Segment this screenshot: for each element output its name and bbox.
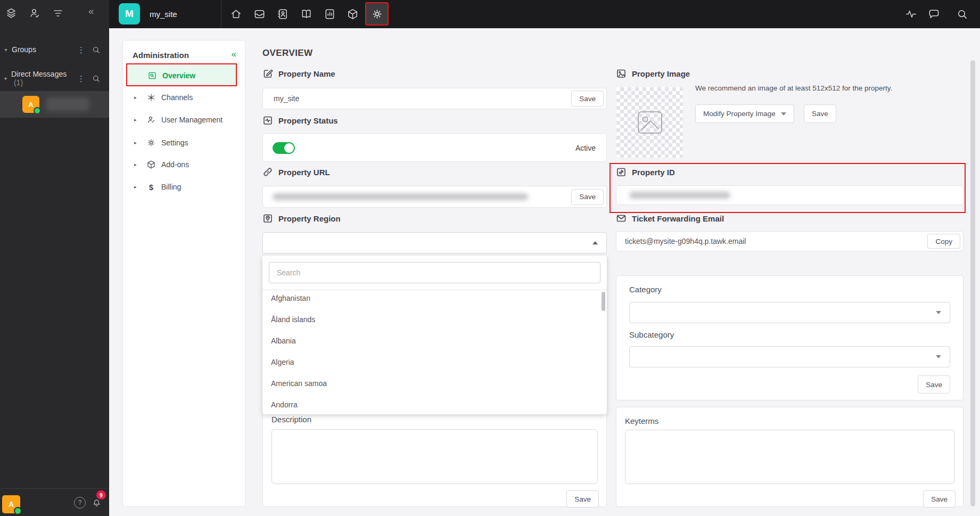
page-scrollbar-thumb[interactable] (970, 60, 975, 506)
property-status-heading: Property Status (262, 114, 338, 127)
page-title: OVERVIEW (262, 48, 313, 59)
workspace: Administration « Overview ▸ Channels ▸ U… (109, 28, 980, 516)
subcategory-label: Subcategory (629, 330, 674, 339)
chevron-down-icon (936, 311, 941, 314)
messages-bubble-icon[interactable] (928, 8, 940, 20)
image-hint-text: We recommend an image of at least 512x51… (695, 84, 892, 92)
location-pin-icon (262, 213, 273, 224)
link-icon (262, 167, 273, 177)
online-status-dot (14, 507, 22, 515)
overview-icon (147, 71, 157, 80)
country-option[interactable]: American samoa (262, 373, 607, 394)
ticket-email-copy-button[interactable]: Copy (927, 234, 960, 249)
groups-kebab-icon[interactable]: ⋮ (77, 46, 85, 54)
category-card: Category Subcategory Save (616, 275, 963, 400)
direct-messages-section-header[interactable]: ▾ Direct Messages (1) ⋮ (0, 71, 109, 85)
property-name-save-button[interactable]: Save (571, 91, 604, 107)
dm-kebab-icon[interactable]: ⋮ (77, 75, 85, 83)
country-option[interactable]: Andorra (262, 394, 607, 414)
tawk-admin-overview-screen: { "topbar": { "property_initial": "M", "… (0, 0, 980, 516)
property-avatar[interactable]: M (119, 3, 140, 24)
groups-search-icon[interactable] (92, 45, 101, 54)
country-option[interactable]: Albania (262, 330, 607, 351)
country-option[interactable]: Afghanistan (262, 288, 607, 309)
topbar: M my_site (109, 0, 980, 28)
sidebar-item-channels[interactable]: ▸ Channels (123, 91, 246, 104)
modify-property-image-button[interactable]: Modify Property Image (695, 104, 794, 123)
property-name-field: Save (262, 88, 607, 109)
addons-icon[interactable] (347, 8, 359, 20)
collapse-rail-icon[interactable]: « (88, 5, 94, 17)
groups-layers-icon[interactable] (5, 7, 18, 20)
chevron-right-icon: ▸ (134, 140, 142, 145)
contacts-icon[interactable] (277, 8, 289, 20)
sidebar-item-billing[interactable]: ▸ $ Billing (123, 181, 246, 193)
reporting-icon[interactable] (324, 8, 336, 20)
dm-search-icon[interactable] (92, 74, 101, 83)
dm-user-name-redacted (46, 97, 89, 111)
global-search-icon[interactable] (956, 8, 968, 20)
groups-section-header[interactable]: ▾ Groups ⋮ (0, 43, 109, 56)
property-url-field[interactable]: Save (262, 186, 607, 208)
property-id-heading: Property ID (616, 166, 675, 178)
dm-count: (1) (14, 78, 23, 87)
sidebar-item-user-management[interactable]: ▸ User Management (123, 113, 246, 126)
activity-pulse-icon[interactable] (905, 8, 917, 20)
fingerprint-id-icon (616, 167, 627, 177)
property-image-save-button[interactable]: Save (804, 104, 836, 123)
home-icon[interactable] (230, 8, 242, 20)
subcategory-select[interactable] (629, 346, 950, 367)
edit-icon (262, 68, 273, 79)
image-placeholder-icon (633, 105, 667, 140)
dropdown-scrollbar-thumb[interactable] (602, 292, 605, 311)
left-rail: « ▾ Groups ⋮ ▾ Direct Messages (1) ⋮ A A… (0, 0, 109, 516)
keyterms-save-button[interactable]: Save (923, 490, 956, 507)
inbox-icon[interactable] (253, 8, 266, 20)
property-image-heading: Property Image (616, 67, 690, 80)
region-search-input[interactable] (269, 262, 600, 283)
dm-avatar: A (22, 96, 39, 113)
description-textarea[interactable] (271, 429, 598, 484)
settings-icon (146, 138, 156, 148)
mail-forward-icon (616, 213, 627, 224)
chevron-down-icon: ▾ (0, 47, 12, 53)
status-toggle-on[interactable] (273, 142, 295, 154)
status-icon (262, 115, 273, 126)
chevron-up-icon (592, 241, 598, 244)
dm-list-item[interactable]: A (0, 91, 109, 118)
category-select[interactable] (629, 302, 950, 323)
sidebar-item-overview[interactable]: Overview (128, 65, 240, 86)
chevron-right-icon: ▸ (134, 184, 142, 190)
collapse-panel-icon[interactable]: « (232, 49, 236, 60)
knowledge-base-icon[interactable] (300, 8, 312, 20)
help-icon[interactable]: ? (74, 497, 86, 509)
profile-avatar[interactable]: A (2, 495, 20, 513)
property-id-field[interactable] (616, 185, 963, 205)
ticket-email-heading: Ticket Forwarding Email (616, 212, 724, 225)
chevron-down-icon: ▾ (0, 76, 11, 81)
administration-panel: Administration « Overview ▸ Channels ▸ U… (122, 40, 245, 507)
rail-bottom-bar: A ? 9 (0, 488, 109, 516)
keyterms-textarea[interactable] (625, 430, 954, 484)
property-name[interactable]: my_site (150, 0, 177, 28)
property-id-redacted (629, 192, 730, 199)
property-url-redacted (273, 193, 528, 200)
country-option[interactable]: Algeria (262, 351, 607, 373)
region-dropdown-panel: Afghanistan Åland islands Albania Algeri… (262, 256, 607, 414)
sidebar-item-addons[interactable]: ▸ Add-ons (123, 158, 246, 171)
keyterms-label: Keyterms (625, 416, 658, 425)
property-region-heading: Property Region (262, 212, 341, 225)
user-management-icon (146, 115, 156, 125)
property-region-select-open[interactable] (262, 232, 607, 253)
property-url-save-button[interactable]: Save (571, 189, 604, 205)
filter-icon[interactable] (52, 7, 64, 20)
category-save-button[interactable]: Save (918, 375, 950, 394)
settings-gear-icon-active[interactable] (365, 2, 389, 26)
toggle-knob (284, 143, 294, 153)
agents-icon[interactable] (28, 7, 41, 20)
sidebar-item-settings[interactable]: ▸ Settings (123, 136, 246, 149)
property-name-input[interactable] (273, 94, 571, 103)
property-url-heading: Property URL (262, 166, 330, 178)
country-option[interactable]: Åland islands (262, 309, 607, 330)
description-save-button[interactable]: Save (566, 490, 599, 507)
